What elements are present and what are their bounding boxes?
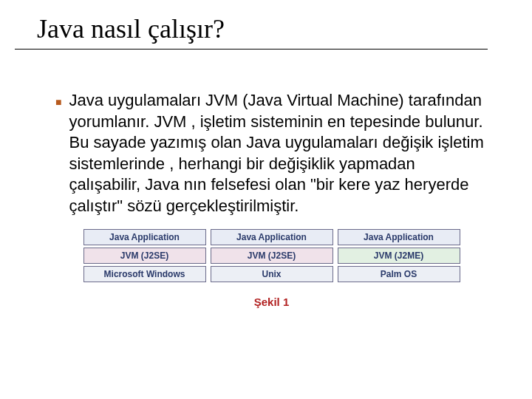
layer-jvm-j2se: JVM (J2SE) — [211, 248, 333, 264]
bullet-marker-icon: ■ — [55, 90, 61, 217]
layer-os-windows: Microsoft Windows — [83, 266, 206, 282]
layer-java-application: Java Application — [211, 229, 333, 245]
layer-jvm-j2me: JVM (J2ME) — [338, 248, 460, 264]
bullet-text: Java uygulamaları JVM (Java Virtual Mach… — [69, 90, 488, 217]
layer-java-application: Java Application — [338, 229, 460, 245]
layer-jvm-j2se: JVM (J2SE) — [83, 248, 206, 264]
stack-unix: Java Application JVM (J2SE) Unix — [211, 229, 333, 282]
layer-os-palmos: Palm OS — [338, 266, 460, 282]
figure-caption: Şekil 1 — [55, 296, 488, 308]
slide-title: Java nasıl çalışır? — [15, 0, 488, 50]
stack-palmos: Java Application JVM (J2ME) Palm OS — [338, 229, 460, 282]
layer-os-unix: Unix — [211, 266, 333, 282]
layer-java-application: Java Application — [83, 229, 206, 245]
jvm-architecture-diagram: Java Application JVM (J2SE) Microsoft Wi… — [83, 229, 460, 282]
bullet-item: ■ Java uygulamaları JVM (Java Virtual Ma… — [55, 90, 488, 217]
slide-content: ■ Java uygulamaları JVM (Java Virtual Ma… — [0, 50, 532, 308]
stack-windows: Java Application JVM (J2SE) Microsoft Wi… — [83, 229, 206, 282]
